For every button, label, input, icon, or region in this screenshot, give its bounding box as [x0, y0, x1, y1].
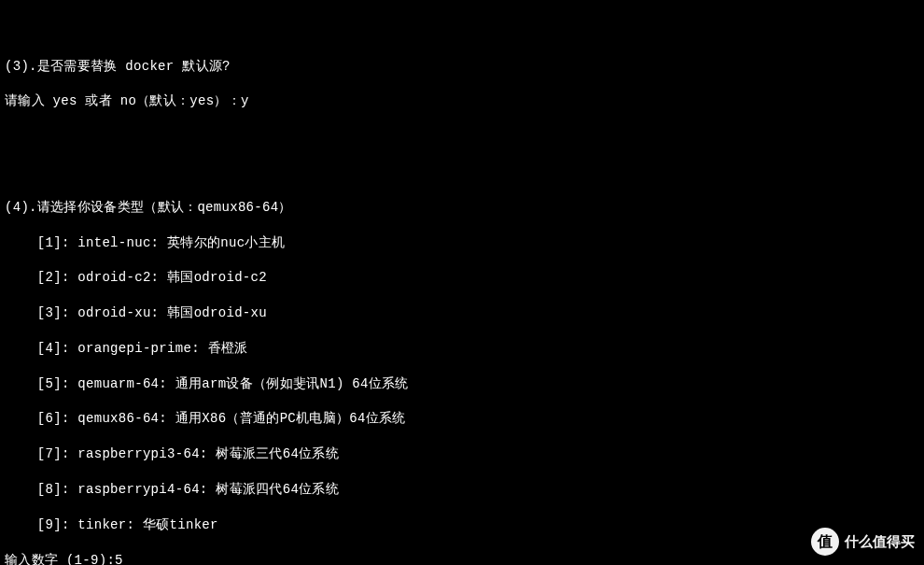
blank-line	[5, 22, 919, 40]
q4-option-9: [9]: tinker: 华硕tinker	[5, 516, 919, 534]
q4-option-1: [1]: intel-nuc: 英特尔的nuc小主机	[5, 234, 919, 252]
q4-option-6: [6]: qemux86-64: 通用X86（普通的PC机电脑）64位系统	[5, 410, 919, 428]
terminal-output: (3).是否需要替换 docker 默认源? 请输入 yes 或者 no（默认：…	[5, 5, 919, 565]
q4-input: 输入数字 (1-9):5	[5, 552, 919, 565]
q3-title: (3).是否需要替换 docker 默认源?	[5, 58, 919, 76]
blank-line	[5, 128, 919, 146]
watermark-text: 什么值得买	[845, 532, 915, 551]
q4-option-4: [4]: orangepi-prime: 香橙派	[5, 340, 919, 358]
q4-option-5: [5]: qemuarm-64: 通用arm设备（例如斐讯N1) 64位系统	[5, 375, 919, 393]
q3-prompt: 请输入 yes 或者 no（默认：yes）：y	[5, 92, 919, 110]
q4-option-8: [8]: raspberrypi4-64: 树莓派四代64位系统	[5, 481, 919, 499]
watermark-icon: 值	[811, 528, 839, 556]
watermark: 值 什么值得买	[811, 528, 915, 556]
q4-option-2: [2]: odroid-c2: 韩国odroid-c2	[5, 269, 919, 287]
q4-title: (4).请选择你设备类型（默认：qemux86-64）	[5, 199, 919, 217]
q4-option-7: [7]: raspberrypi3-64: 树莓派三代64位系统	[5, 445, 919, 463]
blank-line	[5, 163, 919, 181]
q4-option-3: [3]: odroid-xu: 韩国odroid-xu	[5, 304, 919, 322]
